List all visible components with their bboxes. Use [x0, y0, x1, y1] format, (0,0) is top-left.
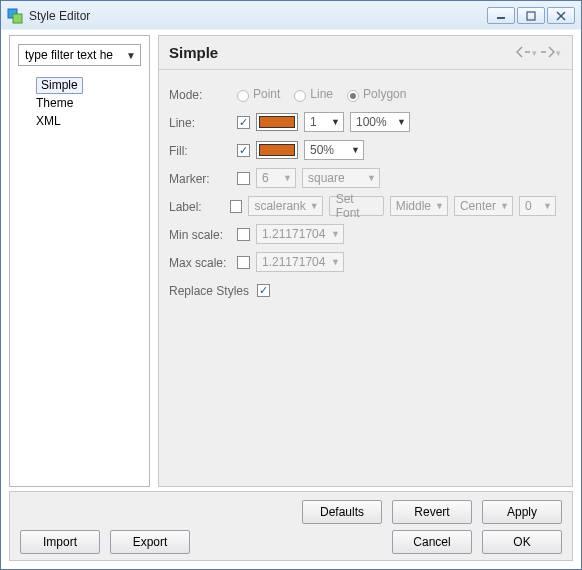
radio-point [237, 90, 249, 102]
replace-checkbox[interactable] [257, 284, 270, 297]
marker-row: Marker: 6▼ square▼ [169, 164, 562, 192]
marker-shape-select: square▼ [302, 168, 380, 188]
chevron-down-icon: ▼ [331, 117, 340, 127]
chevron-down-icon: ▼ [500, 201, 509, 211]
panel-header: Simple ▾ ▾ [159, 36, 572, 70]
window-controls [487, 7, 575, 24]
replace-row: Replace Styles [169, 276, 562, 304]
replace-label: Replace Styles [169, 282, 257, 298]
fill-opacity-select[interactable]: 50%▼ [304, 140, 364, 160]
tree-item-theme[interactable]: Theme [16, 94, 143, 112]
minscale-checkbox[interactable] [237, 228, 250, 241]
tree-item-simple[interactable]: Simple [16, 76, 143, 94]
filter-text: type filter text he [25, 48, 113, 62]
radio-point-label: Point [253, 87, 280, 101]
chevron-down-icon: ▼ [331, 229, 340, 239]
chevron-down-icon: ▼ [126, 50, 136, 61]
set-font-button: Set Font [329, 196, 384, 216]
panel-title: Simple [169, 44, 514, 61]
line-opacity-select[interactable]: 100%▼ [350, 112, 410, 132]
style-tree: Simple Theme XML [10, 72, 149, 486]
color-swatch-inner [259, 144, 295, 156]
ok-button[interactable]: OK [482, 530, 562, 554]
cancel-button[interactable]: Cancel [392, 530, 472, 554]
maximize-button[interactable] [517, 7, 545, 24]
fill-label: Fill: [169, 142, 237, 158]
marker-label: Marker: [169, 170, 237, 186]
marker-size-select: 6▼ [256, 168, 296, 188]
client-area: type filter text he ▼ Simple Theme XML S… [9, 35, 573, 487]
label-halign-select: Center▼ [454, 196, 513, 216]
defaults-button[interactable]: Defaults [302, 500, 382, 524]
label-valign-select: Middle▼ [390, 196, 448, 216]
chevron-down-icon: ▼ [397, 117, 406, 127]
tree-item-xml[interactable]: XML [16, 112, 143, 130]
maxscale-select: 1.21171704▼ [256, 252, 344, 272]
chevron-down-icon: ▼ [543, 201, 552, 211]
label-attr-select: scalerank▼ [248, 196, 322, 216]
radio-polygon-label: Polygon [363, 87, 406, 101]
label-offset-select: 0▼ [519, 196, 556, 216]
mode-row: Mode: Point Line Polygon [169, 80, 562, 108]
style-editor-window: Style Editor type filter text he ▼ Simpl… [0, 0, 582, 570]
back-icon[interactable] [516, 45, 531, 60]
minscale-label: Min scale: [169, 226, 237, 242]
revert-button[interactable]: Revert [392, 500, 472, 524]
color-swatch-inner [259, 116, 295, 128]
chevron-down-icon: ▼ [283, 173, 292, 183]
import-button[interactable]: Import [20, 530, 100, 554]
label-label: Label: [169, 198, 230, 214]
radio-polygon [347, 90, 359, 102]
editor-panel: Simple ▾ ▾ Mode: Point Line Polygon [158, 35, 573, 487]
label-row: Label: scalerank▼ Set Font Middle▼ Cente… [169, 192, 562, 220]
line-label: Line: [169, 114, 237, 130]
titlebar: Style Editor [1, 1, 581, 30]
fill-color-swatch[interactable] [256, 141, 298, 159]
fill-checkbox[interactable] [237, 144, 250, 157]
chevron-down-icon: ▼ [310, 201, 319, 211]
radio-line-label: Line [310, 87, 333, 101]
chevron-down-icon: ▼ [367, 173, 376, 183]
forward-icon[interactable] [540, 45, 555, 60]
button-bar: Defaults Revert Apply Import Export Canc… [9, 491, 573, 561]
chevron-down-icon: ▼ [435, 201, 444, 211]
filter-combo[interactable]: type filter text he ▼ [18, 44, 141, 66]
panel-content: Mode: Point Line Polygon Line: 1▼ 100%▼ [159, 70, 572, 312]
maxscale-checkbox[interactable] [237, 256, 250, 269]
apply-button[interactable]: Apply [482, 500, 562, 524]
maxscale-label: Max scale: [169, 254, 237, 270]
line-checkbox[interactable] [237, 116, 250, 129]
mode-label: Mode: [169, 86, 237, 102]
chevron-down-icon: ▼ [331, 257, 340, 267]
chevron-down-icon: ▼ [351, 145, 360, 155]
close-button[interactable] [547, 7, 575, 24]
maxscale-row: Max scale: 1.21171704▼ [169, 248, 562, 276]
app-icon [7, 8, 23, 24]
line-width-select[interactable]: 1▼ [304, 112, 344, 132]
fill-row: Fill: 50%▼ [169, 136, 562, 164]
svg-rect-3 [527, 12, 535, 20]
minscale-row: Min scale: 1.21171704▼ [169, 220, 562, 248]
label-checkbox[interactable] [230, 200, 242, 213]
export-button[interactable]: Export [110, 530, 190, 554]
line-row: Line: 1▼ 100%▼ [169, 108, 562, 136]
marker-checkbox[interactable] [237, 172, 250, 185]
svg-rect-1 [13, 14, 22, 23]
line-color-swatch[interactable] [256, 113, 298, 131]
sidebar: type filter text he ▼ Simple Theme XML [9, 35, 150, 487]
minimize-button[interactable] [487, 7, 515, 24]
minscale-select: 1.21171704▼ [256, 224, 344, 244]
window-title: Style Editor [29, 9, 487, 23]
radio-line [294, 90, 306, 102]
